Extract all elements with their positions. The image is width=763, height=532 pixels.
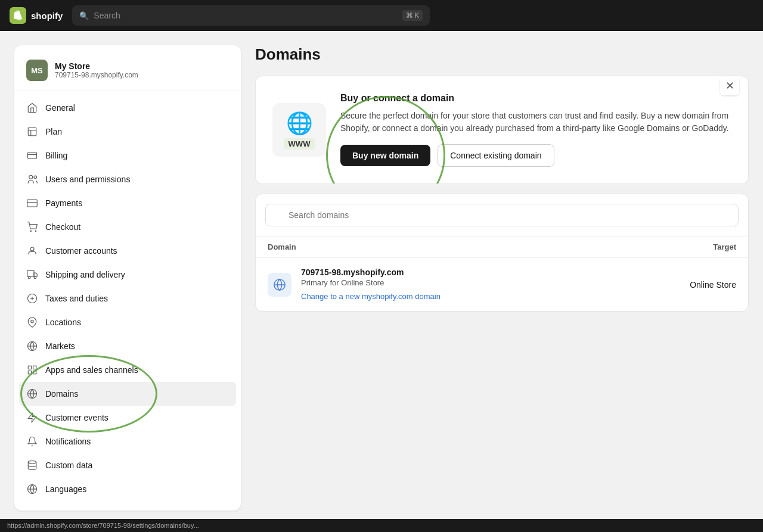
domain-table-header: Domain Target [256, 236, 748, 257]
sidebar-label-customer-events: Customer events [45, 413, 108, 422]
payments-icon [26, 197, 38, 209]
table-row: 709715-98.myshopify.com Primary for Onli… [256, 257, 748, 311]
sidebar-label-apps: Apps and sales channels [45, 365, 138, 375]
apps-icon [26, 364, 38, 376]
col-domain-header: Domain [268, 242, 296, 251]
sidebar-item-users[interactable]: Users and permissions [14, 167, 241, 191]
notifications-icon [26, 435, 38, 447]
domain-target: Online Store [665, 280, 736, 290]
sidebar-item-billing[interactable]: Billing [14, 144, 241, 167]
svg-point-12 [28, 276, 30, 279]
sidebar-item-notifications[interactable]: Notifications [14, 430, 241, 453]
sidebar-item-markets[interactable]: Markets [14, 334, 241, 358]
sidebar-item-customer-events[interactable]: Customer events [14, 406, 241, 430]
store-header: MS My Store 709715-98.myshopify.com [14, 55, 241, 91]
sidebar-label-billing: Billing [45, 151, 67, 160]
store-url: 709715-98.myshopify.com [55, 71, 138, 79]
domain-primary-label: Primary for Online Store [301, 278, 655, 287]
sidebar-label-payments: Payments [45, 198, 82, 208]
domain-search-input[interactable] [265, 204, 739, 226]
search-shortcut: ⌘ K [402, 10, 423, 21]
buy-new-domain-button[interactable]: Buy new domain [340, 145, 430, 166]
promo-description: Secure the perfect domain for your store… [340, 110, 731, 135]
domain-details: 709715-98.myshopify.com Primary for Onli… [301, 267, 655, 301]
sidebar-item-payments[interactable]: Payments [14, 191, 241, 215]
svg-point-8 [35, 231, 36, 232]
users-icon [26, 173, 38, 185]
svg-marker-11 [34, 273, 37, 276]
domain-search-area: 🔍 [256, 194, 748, 236]
svg-rect-0 [28, 127, 36, 136]
checkout-icon [26, 221, 38, 233]
sidebar-label-languages: Languages [45, 484, 86, 494]
promo-content: Buy or connect a domain Secure the perfe… [340, 93, 731, 167]
sidebar-label-domains: Domains [45, 389, 78, 399]
svg-rect-10 [27, 270, 34, 276]
buy-domain-button-wrap: Buy new domain [340, 145, 430, 166]
domain-favicon-icon [268, 273, 291, 297]
close-button[interactable]: ✕ [720, 76, 739, 95]
sidebar-item-taxes[interactable]: Taxes and duties [14, 287, 241, 310]
svg-rect-21 [33, 366, 36, 369]
promo-heading: Buy or connect a domain [340, 93, 731, 104]
sidebar-label-notifications: Notifications [45, 437, 91, 446]
domain-promo-card: 🌐 WWW Buy or connect a domain Secure the… [255, 76, 749, 184]
sidebar-item-domains[interactable]: Domains [19, 382, 236, 406]
search-icon: 🔍 [79, 11, 89, 20]
store-icon [26, 102, 38, 114]
customer-events-icon [26, 412, 38, 424]
sidebar-item-shipping[interactable]: Shipping and delivery [14, 263, 241, 287]
settings-sidebar: MS My Store 709715-98.myshopify.com Gene… [14, 45, 241, 511]
custom-data-icon [26, 459, 38, 471]
domain-search-wrap: 🔍 [265, 204, 739, 226]
sidebar-item-customer-accounts[interactable]: Customer accounts [14, 239, 241, 263]
domains-icon [26, 388, 38, 400]
connect-existing-domain-button[interactable]: Connect existing domain [438, 144, 554, 167]
sidebar-item-checkout[interactable]: Checkout [14, 215, 241, 239]
sidebar-label-markets: Markets [45, 341, 75, 351]
sidebar-label-shipping: Shipping and delivery [45, 270, 125, 279]
app-name: shopify [31, 11, 63, 21]
store-name: My Store [55, 61, 138, 71]
search-placeholder-text: Search [94, 11, 120, 20]
svg-rect-22 [33, 371, 36, 374]
svg-marker-26 [28, 413, 36, 422]
svg-point-27 [28, 461, 36, 464]
svg-rect-23 [28, 371, 31, 374]
svg-point-7 [30, 231, 32, 232]
statusbar-url: https://admin.shopify.com/store/709715-9… [7, 522, 199, 529]
main-content: Domains 🌐 WWW Buy or connect a domain Se… [241, 45, 749, 518]
shipping-icon [26, 269, 38, 281]
svg-rect-20 [28, 366, 31, 369]
svg-rect-1 [28, 153, 37, 159]
sidebar-label-general: General [45, 103, 75, 113]
domains-list-card: 🔍 Domain Target 709715-98.myshopify.com … [255, 194, 749, 312]
sidebar-item-custom-data[interactable]: Custom data [14, 453, 241, 477]
sidebar-item-apps[interactable]: Apps and sales channels [14, 358, 241, 382]
svg-point-17 [31, 320, 34, 323]
www-label: WWW [284, 138, 315, 150]
sidebar-item-general[interactable]: General [14, 96, 241, 120]
global-search-bar[interactable]: 🔍 Search ⌘ K [72, 5, 430, 26]
col-target-header: Target [713, 242, 736, 251]
sidebar-label-users: Users and permissions [45, 175, 130, 184]
avatar: MS [26, 60, 48, 81]
sidebar-label-custom-data: Custom data [45, 461, 92, 470]
sidebar-item-domains-wrap: Domains [14, 382, 241, 406]
domain-promo-icon: 🌐 WWW [272, 103, 326, 157]
change-domain-link[interactable]: Change to a new myshopify.com domain [301, 292, 441, 301]
sidebar-item-locations[interactable]: Locations [14, 310, 241, 334]
sidebar-item-languages[interactable]: Languages [14, 477, 241, 501]
domain-name: 709715-98.myshopify.com [301, 267, 655, 277]
customer-accounts-icon [26, 245, 38, 257]
billing-icon [26, 150, 38, 161]
sidebar-label-plan: Plan [45, 127, 62, 136]
svg-rect-5 [27, 200, 38, 207]
locations-icon [26, 316, 38, 328]
app-logo: shopify [10, 7, 63, 24]
statusbar: https://admin.shopify.com/store/709715-9… [0, 519, 763, 532]
sidebar-label-taxes: Taxes and duties [45, 294, 108, 303]
sidebar-item-plan[interactable]: Plan [14, 120, 241, 144]
topbar: shopify 🔍 Search ⌘ K [0, 0, 763, 31]
sidebar-label-checkout: Checkout [45, 222, 80, 232]
